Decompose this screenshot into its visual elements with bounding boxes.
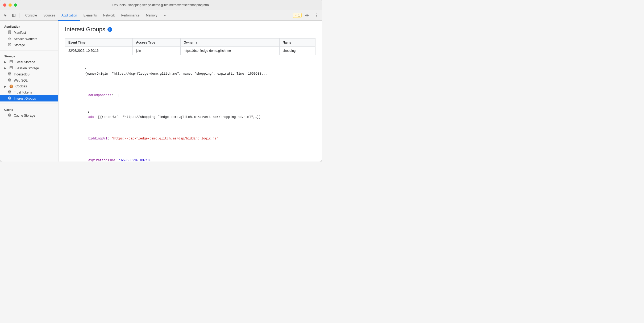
- content-area: Interest Groups i Event Time Access Type…: [59, 21, 322, 162]
- tab-memory[interactable]: Memory: [143, 10, 161, 21]
- cell-access-type: join: [133, 47, 180, 55]
- sidebar-item-web-sql[interactable]: Web SQL: [0, 77, 58, 83]
- sidebar-item-manifest-label: Manifest: [14, 31, 26, 35]
- info-icon[interactable]: i: [107, 27, 112, 32]
- sidebar-divider-2: [0, 104, 58, 104]
- indexeddb-icon: [7, 72, 12, 76]
- cell-owner: https://dsp-fledge-demo.glitch.me: [180, 47, 279, 55]
- json-line-ads[interactable]: ads: [{renderUrl: "https://shopping-fled…: [65, 104, 315, 125]
- json-line-expirationtime: expirationTime: 1650538216.837188: [65, 147, 315, 162]
- tab-console[interactable]: Console: [22, 10, 40, 21]
- sidebar-item-storage-app[interactable]: Storage: [0, 42, 58, 48]
- col-access-type[interactable]: Access Type: [133, 39, 180, 47]
- sidebar-item-cache-storage-label: Cache Storage: [14, 114, 35, 117]
- tab-application[interactable]: Application: [58, 10, 80, 21]
- titlebar: DevTools - shopping-fledge-demo.glitch.m…: [0, 0, 322, 10]
- svg-point-3: [306, 15, 308, 16]
- cursor-icon-button[interactable]: [2, 12, 10, 19]
- sidebar-item-indexeddb-label: IndexedDB: [14, 73, 30, 76]
- manifest-icon: [7, 30, 12, 35]
- traffic-lights: [3, 3, 17, 7]
- root-expand-triangle[interactable]: [85, 66, 88, 71]
- titlebar-title: DevTools - shopping-fledge-demo.glitch.m…: [113, 3, 210, 7]
- toolbar-right: ⚠ 1 ⋮: [293, 12, 320, 19]
- svg-point-19: [8, 114, 11, 115]
- settings-icon: [305, 14, 309, 17]
- inspect-icon-button[interactable]: [10, 12, 18, 19]
- sidebar-item-cache-storage[interactable]: Cache Storage: [0, 112, 58, 118]
- sidebar-item-interest-groups-label: Interest Groups: [14, 97, 36, 100]
- svg-point-18: [8, 97, 11, 98]
- storage-app-icon: [7, 43, 12, 47]
- sidebar-item-local-storage[interactable]: ▶ Local Storage: [0, 59, 58, 65]
- sidebar-item-trust-tokens[interactable]: Trust Tokens: [0, 89, 58, 95]
- col-owner-label: Owner: [184, 41, 194, 44]
- service-workers-icon: ⚙: [7, 37, 12, 41]
- session-storage-chevron: ▶: [4, 67, 6, 70]
- sidebar-divider-1: [0, 50, 58, 50]
- no-expand-spacer-2: [88, 131, 92, 136]
- sidebar-item-manifest[interactable]: Manifest: [0, 29, 58, 36]
- json-line-biddingurl: biddingUrl: "https://dsp-fledge-demo.gli…: [65, 125, 315, 147]
- inspect-icon: [12, 14, 16, 17]
- cursor-icon: [4, 14, 8, 17]
- col-event-time[interactable]: Event Time: [65, 39, 133, 47]
- sidebar-item-session-storage[interactable]: ▶ Session Storage: [0, 65, 58, 71]
- web-sql-icon: [7, 78, 12, 82]
- svg-point-8: [8, 43, 11, 44]
- sidebar-item-interest-groups[interactable]: Interest Groups: [0, 95, 58, 101]
- tab-performance[interactable]: Performance: [118, 10, 143, 21]
- close-button[interactable]: [3, 3, 6, 7]
- sidebar-item-indexeddb[interactable]: IndexedDB: [0, 71, 58, 77]
- warning-badge[interactable]: ⚠ 1: [293, 13, 302, 18]
- json-line-adcomponents: adComponents: []: [65, 82, 315, 104]
- maximize-button[interactable]: [14, 3, 17, 7]
- tab-elements[interactable]: Elements: [80, 10, 100, 21]
- json-key-ads: ads: [88, 115, 94, 119]
- more-options-button[interactable]: ⋮: [312, 12, 320, 19]
- tab-list: Console Sources Application Elements Net…: [22, 10, 291, 20]
- sidebar-item-cookies[interactable]: ▶ 🍪 Cookies: [0, 83, 58, 89]
- sidebar-item-local-storage-label: Local Storage: [15, 60, 35, 64]
- interest-groups-table: Event Time Access Type Owner ▲ Name: [65, 38, 315, 55]
- tab-network[interactable]: Network: [100, 10, 118, 21]
- json-root[interactable]: {ownerOrigin: "https://dsp-fledge-demo.g…: [65, 60, 315, 82]
- svg-rect-0: [13, 14, 15, 17]
- sidebar-item-service-workers[interactable]: ⚙ Service Workers: [0, 36, 58, 42]
- sidebar-item-storage-app-label: Storage: [14, 43, 25, 47]
- sort-arrow-icon: ▲: [195, 41, 198, 44]
- toolbar-separator: [19, 13, 19, 18]
- cell-event-time: 22/03/2022, 10:50:16: [65, 47, 133, 55]
- minimize-button[interactable]: [9, 3, 12, 7]
- warning-icon: ⚠: [295, 14, 297, 17]
- settings-icon-button[interactable]: [303, 12, 311, 19]
- svg-point-16: [8, 79, 11, 80]
- svg-point-17: [8, 91, 11, 92]
- sidebar-section-storage: Storage: [0, 53, 58, 59]
- sidebar-item-cookies-label: Cookies: [15, 84, 27, 88]
- json-val-biddingurl: "https://dsp-fledge-demo.glitch.me/dsp/b…: [111, 137, 218, 141]
- no-expand-spacer-3: [88, 152, 92, 158]
- svg-point-15: [8, 73, 11, 74]
- ads-expand-triangle[interactable]: [88, 109, 92, 114]
- tab-more[interactable]: »: [161, 10, 169, 21]
- no-expand-spacer: [88, 87, 92, 93]
- main-area: Application Manifest ⚙ Service Workers S…: [0, 21, 322, 162]
- tab-sources[interactable]: Sources: [40, 10, 58, 21]
- warning-count: 1: [298, 14, 300, 17]
- col-owner[interactable]: Owner ▲: [180, 39, 279, 47]
- trust-tokens-icon: [7, 90, 12, 94]
- json-val-expirationtime: 1650538216.837188: [119, 159, 151, 162]
- json-tree: {ownerOrigin: "https://dsp-fledge-demo.g…: [65, 60, 315, 162]
- toolbar: Console Sources Application Elements Net…: [0, 10, 322, 21]
- sidebar-section-application: Application: [0, 23, 58, 29]
- cookies-chevron: ▶: [4, 85, 6, 88]
- json-key-adcomponents: adComponents: [88, 94, 111, 97]
- devtools-window: DevTools - shopping-fledge-demo.glitch.m…: [0, 0, 322, 162]
- sidebar-item-session-storage-label: Session Storage: [15, 66, 39, 70]
- table-row[interactable]: 22/03/2022, 10:50:16 join https://dsp-fl…: [65, 47, 315, 55]
- sidebar-item-web-sql-label: Web SQL: [14, 79, 28, 82]
- col-name[interactable]: Name: [279, 39, 315, 47]
- json-root-text: {ownerOrigin: "https://dsp-fledge-demo.g…: [85, 72, 267, 76]
- json-key-biddingurl: biddingUrl: [88, 137, 107, 141]
